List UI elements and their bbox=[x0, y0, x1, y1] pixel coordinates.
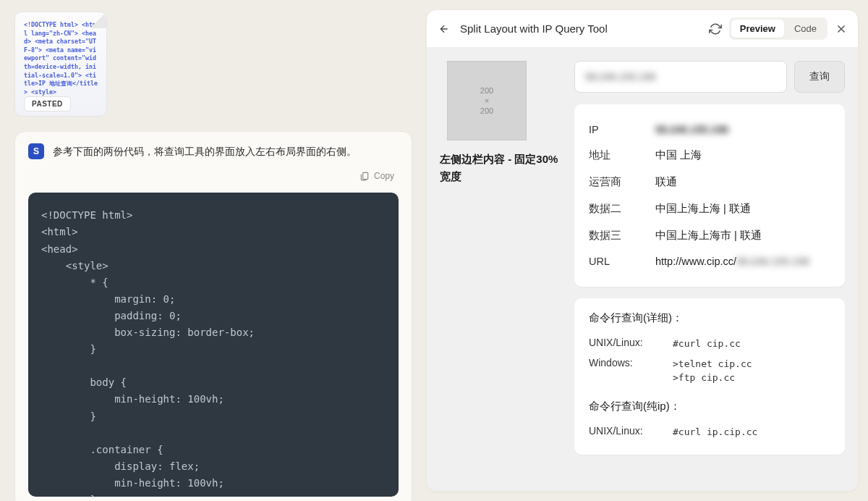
info-row-d3: 数据三 中国上海上海市 | 联通 bbox=[589, 222, 830, 249]
cmd-label: UNIX/Linux: bbox=[589, 425, 673, 437]
preview-panel: Split Layout with IP Query Tool Preview … bbox=[427, 10, 858, 491]
cmd-row-win: Windows: >telnet cip.cc >ftp cip.cc bbox=[589, 354, 830, 388]
tab-code[interactable]: Code bbox=[786, 20, 825, 38]
placeholder-x: × bbox=[485, 96, 489, 106]
info-label: 地址 bbox=[589, 148, 655, 162]
page-fold-decoration bbox=[90, 12, 106, 28]
tab-preview[interactable]: Preview bbox=[731, 20, 784, 38]
panel-header: Split Layout with IP Query Tool Preview … bbox=[427, 10, 858, 48]
info-label: 数据三 bbox=[589, 229, 655, 243]
placeholder-image: 200 × 200 bbox=[447, 61, 527, 140]
copy-button[interactable]: Copy bbox=[28, 171, 399, 181]
placeholder-h: 200 bbox=[480, 106, 493, 116]
ip-input[interactable]: 58.246.155.198 bbox=[574, 61, 787, 93]
code-block[interactable]: <!DOCTYPE html> <html> <head> <style> * … bbox=[28, 193, 399, 497]
info-row-addr: 地址 中国 上海 bbox=[589, 142, 830, 169]
cmd-label: UNIX/Linux: bbox=[589, 337, 673, 348]
info-value: 中国上海上海市 | 联通 bbox=[655, 229, 762, 243]
prompt-container: S 参考下面的两份代码，将查询工具的界面放入左右布局界面的右侧。 Copy <!… bbox=[14, 131, 412, 501]
info-value: 联通 bbox=[655, 175, 677, 189]
back-button[interactable] bbox=[437, 22, 451, 36]
info-label: IP bbox=[589, 124, 655, 135]
cmd-card: 命令行查询(详细)： UNIX/Linux: #curl cip.cc Wind… bbox=[574, 298, 845, 455]
arrow-left-icon bbox=[438, 23, 450, 35]
panel-title: Split Layout with IP Query Tool bbox=[460, 22, 700, 35]
cmd-value: #curl ip.cip.cc bbox=[673, 425, 757, 439]
cmd-title-1: 命令行查询(详细)： bbox=[589, 311, 830, 325]
ip-input-value: 58.246.155.198 bbox=[585, 71, 655, 83]
info-row-d2: 数据二 中国上海上海 | 联通 bbox=[589, 195, 830, 222]
attachment-code-preview: <!DOCTYPE html> <html lang="zh-CN"> <hea… bbox=[24, 21, 98, 96]
close-icon bbox=[835, 22, 848, 35]
placeholder-w: 200 bbox=[480, 85, 493, 96]
cmd-value: >telnet cip.cc >ftp cip.cc bbox=[673, 357, 752, 385]
cmd-label: Windows: bbox=[589, 357, 673, 369]
info-card: IP 58.246.155.198 地址 中国 上海 运营商 联通 数据二 中国… bbox=[574, 104, 845, 287]
info-label: 运营商 bbox=[589, 175, 655, 189]
refresh-button[interactable] bbox=[709, 22, 722, 35]
attachment-badge: PASTED bbox=[24, 96, 71, 111]
close-button[interactable] bbox=[835, 22, 848, 35]
info-row-url: URL http://www.cip.cc/58.246.155.198 bbox=[589, 249, 830, 274]
copy-label: Copy bbox=[374, 171, 394, 181]
layout-left-text: 左侧边栏内容 - 固定30%宽度 bbox=[440, 151, 561, 185]
layout-left-sidebar: 200 × 200 左侧边栏内容 - 固定30%宽度 bbox=[440, 61, 561, 478]
info-label: 数据二 bbox=[589, 202, 655, 216]
info-row-ip: IP 58.246.155.198 bbox=[589, 117, 830, 142]
info-row-isp: 运营商 联通 bbox=[589, 169, 830, 195]
url-suffix: 58.246.155.198 bbox=[736, 256, 809, 267]
cmd-value: #curl cip.cc bbox=[673, 337, 741, 351]
layout-right-content: 58.246.155.198 查询 IP 58.246.155.198 地址 中… bbox=[574, 61, 845, 478]
attachment-card[interactable]: <!DOCTYPE html> <html lang="zh-CN"> <hea… bbox=[14, 12, 107, 117]
info-value: http://www.cip.cc/58.246.155.198 bbox=[655, 256, 809, 267]
cmd-title-2: 命令行查询(纯ip)： bbox=[589, 400, 830, 413]
svg-rect-0 bbox=[363, 173, 368, 180]
cmd-row-unix2: UNIX/Linux: #curl ip.cip.cc bbox=[589, 422, 830, 442]
info-value: 58.246.155.198 bbox=[655, 124, 728, 135]
info-value: 中国上海上海 | 联通 bbox=[655, 202, 751, 216]
avatar: S bbox=[28, 143, 44, 159]
cmd-row-unix: UNIX/Linux: #curl cip.cc bbox=[589, 334, 830, 354]
panel-body: 200 × 200 左侧边栏内容 - 固定30%宽度 58.246.155.19… bbox=[427, 48, 858, 491]
info-value: 中国 上海 bbox=[655, 148, 702, 162]
url-prefix: http://www.cip.cc/ bbox=[655, 256, 736, 267]
prompt-text: 参考下面的两份代码，将查询工具的界面放入左右布局界面的右侧。 bbox=[53, 143, 357, 159]
query-button[interactable]: 查询 bbox=[794, 61, 845, 93]
view-toggle: Preview Code bbox=[729, 17, 827, 40]
info-label: URL bbox=[589, 256, 655, 267]
refresh-icon bbox=[709, 22, 722, 35]
clipboard-icon bbox=[359, 171, 370, 181]
